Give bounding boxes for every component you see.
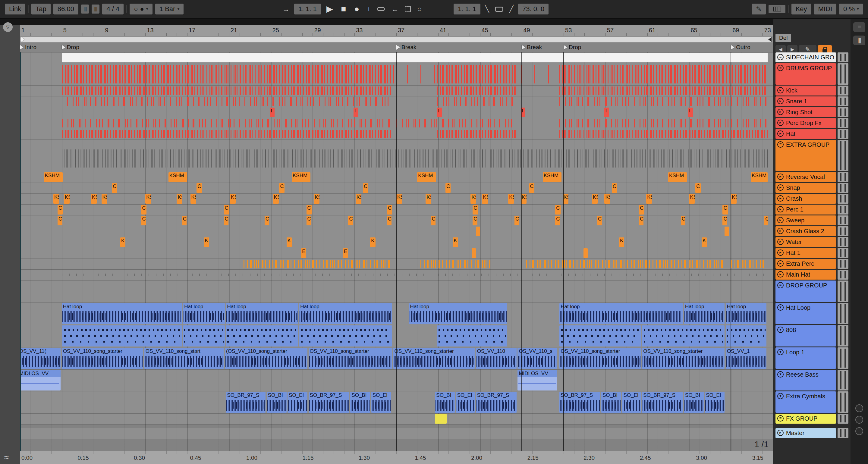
clip[interactable]: [226, 326, 298, 346]
hamburger-menu-icon[interactable]: ≡: [853, 22, 865, 32]
clip[interactable]: [521, 64, 557, 85]
clip-i[interactable]: I: [688, 107, 693, 117]
fold-track-icon[interactable]: ▸: [777, 260, 784, 267]
play-button[interactable]: ▶: [324, 5, 336, 13]
track-color-band[interactable]: ≡DRUMS GROUP: [775, 63, 836, 85]
clip-k[interactable]: K: [287, 238, 292, 247]
clip[interactable]: [559, 129, 767, 139]
fold-track-icon[interactable]: ▸: [777, 249, 784, 256]
clip-c[interactable]: C: [348, 216, 353, 225]
tempo-field[interactable]: 86.00: [53, 4, 79, 14]
locator-drop[interactable]: Drop: [564, 44, 581, 51]
clip[interactable]: [437, 97, 517, 106]
lane-hat-loop[interactable]: Hat loopHat loopHat loopHat loopHat loop…: [20, 303, 773, 325]
clip-k[interactable]: K: [370, 238, 375, 247]
clip-kshm[interactable]: KSHM: [292, 172, 310, 182]
clip[interactable]: [559, 326, 641, 346]
clip-hat-loop[interactable]: Hat loop: [226, 303, 298, 324]
clip-c[interactable]: C: [681, 216, 686, 225]
lane-808[interactable]: [20, 325, 773, 347]
lane-snap[interactable]: CCCCCCCC: [20, 183, 773, 194]
clip[interactable]: [62, 270, 768, 280]
clip-c[interactable]: C: [555, 205, 560, 215]
lane-extra-group[interactable]: [20, 140, 773, 172]
lane-main-hat[interactable]: [20, 270, 773, 280]
lane-ring-shot[interactable]: IIIIII: [20, 107, 773, 118]
track-header-perc-drop-fx[interactable]: ▸Perc Drop Fx: [775, 118, 848, 129]
clip-midi-os-vv-[interactable]: MIDI OS_VV_: [20, 370, 61, 391]
track-header-hat-loop[interactable]: ▾Hat Loop: [775, 303, 848, 325]
re-enable-automation-button[interactable]: ←: [390, 5, 400, 13]
metronome-button[interactable]: ○ ● ▾: [130, 4, 153, 14]
clip[interactable]: [642, 326, 724, 346]
clip-c[interactable]: C: [597, 216, 602, 225]
time-signature-field[interactable]: 4 / 4: [102, 4, 124, 14]
lane-hat-1[interactable]: EE: [20, 248, 773, 259]
track-header-snap[interactable]: ▸Snap: [775, 183, 848, 194]
lane-sidechain-gro[interactable]: [20, 53, 773, 63]
track-color-band[interactable]: ▸Crash Glass 2: [775, 226, 836, 236]
clip-c[interactable]: C: [722, 205, 727, 215]
clip-hat-loop[interactable]: Hat loop: [559, 303, 683, 324]
track-header-sidechain-gro[interactable]: ≡SIDECHAIN GRO: [775, 53, 848, 63]
track-color-band[interactable]: ▸Main Hat: [775, 270, 836, 280]
fold-track-icon[interactable]: ▸: [777, 228, 784, 234]
clip-c[interactable]: C: [472, 216, 477, 225]
clip-so-br-97-s[interactable]: SO_BR_97_S: [559, 392, 600, 413]
track-color-band[interactable]: ▾Extra Cymbals: [775, 392, 836, 413]
track-header-loop-1[interactable]: ▾Loop 1: [775, 347, 848, 370]
clip-k[interactable]: K: [619, 238, 624, 247]
mixer-sections-icon[interactable]: |||: [853, 36, 865, 45]
key-map-button[interactable]: Key: [792, 4, 811, 14]
track-color-band[interactable]: ▸Snap: [775, 183, 836, 193]
track-header-master[interactable]: ▸Master: [775, 428, 848, 439]
track-header-water[interactable]: ▸Water: [775, 237, 848, 248]
clip[interactable]: [726, 64, 768, 85]
clip-c[interactable]: C: [141, 216, 146, 225]
clip-so-ei[interactable]: SO_EI: [371, 392, 391, 413]
fold-track-icon[interactable]: ▸: [777, 184, 784, 191]
clip-ksi[interactable]: KSI: [508, 194, 514, 204]
clip-c[interactable]: C: [58, 216, 62, 225]
clip-so-bi[interactable]: SO_BI: [350, 392, 370, 413]
track-header-extra-group[interactable]: ≡EXTRA GROUP: [775, 140, 848, 172]
track-color-band[interactable]: ▾808: [775, 325, 836, 346]
clip-c[interactable]: C: [612, 183, 617, 193]
clip-so-ei[interactable]: SO_EI: [287, 392, 307, 413]
lane-extra-cymbals[interactable]: SO_BR_97_SSO_BISO_EISO_BR_97_SSO_BISO_EI…: [20, 392, 773, 414]
lane-snare-1[interactable]: [20, 96, 773, 107]
clip[interactable]: [559, 118, 767, 128]
track-header-main-hat[interactable]: ▸Main Hat: [775, 270, 848, 280]
clip-so-bi[interactable]: SO_BI: [601, 392, 621, 413]
link-button[interactable]: Link: [5, 4, 25, 14]
clip-c[interactable]: C: [472, 205, 478, 215]
clip-kshm[interactable]: KSHM: [668, 172, 687, 182]
clip-c[interactable]: C: [307, 216, 311, 225]
group-fold-icon[interactable]: ≡: [777, 415, 784, 422]
clip[interactable]: [67, 97, 392, 106]
clip[interactable]: [559, 86, 724, 95]
clip-ks[interactable]: KS: [177, 194, 182, 204]
quantization-menu[interactable]: 1 Bar ▾: [155, 4, 184, 14]
clip-os-vv-110-song-starter[interactable]: OS_VV_110_song_starter: [393, 348, 475, 369]
computer-midi-keyboard-button[interactable]: [769, 5, 785, 13]
show-delay-toggle[interactable]: [855, 427, 863, 435]
unfold-track-icon[interactable]: ▾: [777, 349, 784, 355]
clip[interactable]: [559, 97, 767, 106]
punch-in-button[interactable]: ╲: [483, 5, 491, 13]
clip-ks[interactable]: KS: [396, 194, 402, 204]
clip-ksi[interactable]: KSI: [91, 194, 97, 204]
clip[interactable]: [437, 129, 517, 139]
clip-c[interactable]: C: [764, 216, 767, 225]
group-fold-icon[interactable]: ≡: [777, 54, 784, 60]
clip-c[interactable]: C: [279, 183, 284, 193]
clip-so-br-97-s[interactable]: SO_BR_97_S: [309, 392, 349, 413]
arrangement-position-field[interactable]: 1. 1. 1: [294, 4, 321, 14]
clip-c[interactable]: C: [112, 183, 117, 193]
clip[interactable]: [62, 86, 392, 95]
follow-button[interactable]: →: [281, 5, 291, 13]
clip--os-vv-110-song-starter[interactable]: (OS_VV_110_song_starter: [225, 348, 307, 369]
clip-so-br-97-s[interactable]: SO_BR_97_S: [476, 392, 517, 413]
clip-c[interactable]: C: [182, 216, 187, 225]
clip[interactable]: [726, 86, 768, 95]
